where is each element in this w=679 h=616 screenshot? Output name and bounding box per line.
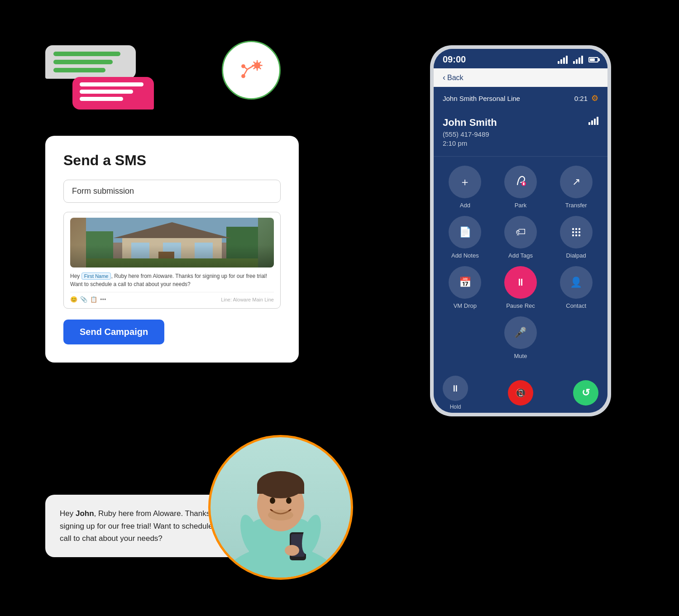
sms-card: Send a SMS Form submission [45, 136, 299, 363]
vm-drop-button[interactable]: 📅 VM Drop [441, 266, 489, 309]
mute-button[interactable]: 🎤 Mute [497, 316, 545, 359]
duration-text: 0:21 [574, 95, 588, 102]
sms-trigger-input[interactable]: Form submission [63, 180, 281, 203]
svg-rect-30 [257, 485, 304, 494]
copy-icon: 📋 [90, 296, 97, 303]
dialpad-button[interactable]: Dialpad [552, 216, 600, 259]
refresh-icon: ↺ [582, 387, 590, 399]
first-name-pill: First Name [81, 272, 111, 280]
contact-label: Contact [566, 302, 586, 309]
speech-prefix: Hey [60, 509, 76, 518]
scene: Send a SMS Form submission [0, 0, 679, 616]
contact-info: John Smith (555) 417-9489 2:10 pm [434, 110, 607, 157]
sms-message-image [70, 218, 274, 267]
add-tags-label: Add Tags [508, 252, 533, 259]
message-icons: 😊 📎 📋 ••• [70, 296, 106, 303]
signal2-4 [581, 56, 583, 64]
refresh-button[interactable]: ↺ [573, 380, 598, 406]
person-circle [208, 435, 353, 580]
signal2-1 [573, 61, 575, 64]
vm-drop-label: VM Drop [454, 302, 477, 309]
mute-label: Mute [514, 353, 527, 359]
park-circle [504, 166, 537, 198]
battery-icon [588, 57, 598, 62]
hold-button[interactable]: ⏸ [443, 376, 468, 401]
chat-bubbles [45, 45, 154, 136]
send-campaign-button[interactable]: Send Campaign [63, 320, 164, 344]
dialpad-label: Dialpad [566, 252, 586, 259]
line-value: Aloware Main Line [233, 297, 274, 302]
svg-point-44 [572, 231, 574, 233]
phone-screen: 09:00 [434, 49, 607, 413]
sms-message-footer: 😊 📎 📋 ••• Line: Aloware Main Line [70, 292, 274, 303]
contact-details: John Smith (555) 417-9489 2:10 pm [443, 117, 497, 147]
svg-point-31 [270, 497, 275, 504]
svg-point-45 [575, 231, 577, 233]
signal2-3 [579, 57, 580, 64]
phone-mockup: 09:00 [430, 45, 611, 416]
end-call-button[interactable]: 📵 [508, 380, 533, 406]
svg-point-48 [575, 234, 577, 236]
cs-4 [597, 117, 598, 125]
dialpad-circle [560, 216, 593, 248]
person-illustration [213, 446, 349, 578]
add-button[interactable]: ＋ Add [441, 166, 489, 209]
bubble-pink-line-3 [80, 97, 123, 101]
transfer-button[interactable]: ↗ Transfer [552, 166, 600, 209]
battery-fill [590, 58, 595, 61]
dialpad-icon [570, 226, 582, 238]
add-tags-circle: 🏷 [504, 216, 537, 248]
signal-2 [560, 59, 562, 64]
back-chevron-icon: ‹ [443, 73, 445, 82]
add-circle: ＋ [449, 166, 481, 198]
signal-bar-2 [573, 56, 583, 64]
gear-icon[interactable]: ⚙ [591, 93, 598, 103]
svg-point-49 [578, 234, 580, 236]
contact-button[interactable]: 👤 Contact [552, 266, 600, 309]
bubble-line-3 [53, 68, 105, 72]
bubble-line-1 [53, 52, 120, 56]
back-bar[interactable]: ‹ Back [434, 68, 607, 87]
mute-circle: 🎤 [504, 316, 537, 349]
speech-text: Hey John, Ruby here from Aloware. Thanks… [60, 507, 225, 544]
transfer-label: Transfer [565, 202, 587, 209]
svg-line-9 [259, 62, 260, 63]
bubble-pink-line-2 [80, 90, 133, 94]
hold-icon: ⏸ [451, 383, 460, 394]
park-button[interactable]: Park [497, 166, 545, 209]
attachment-icon: 📎 [80, 296, 87, 303]
signal-bar [558, 56, 568, 64]
contact-time: 2:10 pm [443, 139, 497, 147]
image-overlay [70, 245, 274, 267]
signal-4 [566, 56, 568, 64]
signal-3 [563, 57, 565, 64]
contact-name: John Smith [443, 117, 497, 129]
action-grid: ＋ Add Park [434, 157, 607, 368]
call-duration: 0:21 ⚙ [574, 93, 598, 103]
contact-icon: 👤 [570, 277, 582, 288]
add-notes-circle: 📄 [449, 216, 481, 248]
tags-icon: 🏷 [516, 226, 526, 238]
add-icon: ＋ [459, 175, 470, 189]
contact-signal-bar [588, 117, 598, 125]
hold-action[interactable]: ⏸ Hold [443, 376, 468, 410]
call-bottom-bar: ⏸ Hold 📵 ↺ [434, 368, 607, 413]
add-notes-button[interactable]: 📄 Add Notes [441, 216, 489, 259]
cs-1 [588, 122, 590, 125]
back-button[interactable]: ‹ Back [443, 73, 464, 82]
add-label: Add [460, 202, 470, 209]
add-tags-button[interactable]: 🏷 Add Tags [497, 216, 545, 259]
pause-rec-circle: ⏸ [504, 266, 537, 299]
refresh-action[interactable]: ↺ [573, 380, 598, 406]
emoji-icon: 😊 [70, 296, 77, 303]
hubspot-icon [235, 54, 267, 86]
end-call-action[interactable]: 📵 [508, 380, 533, 406]
svg-point-14 [241, 64, 245, 68]
pause-rec-label: Pause Rec [506, 302, 535, 309]
line-label: Line: Aloware Main Line [221, 297, 274, 302]
pause-rec-button[interactable]: ⏸ Pause Rec [497, 266, 545, 309]
svg-point-41 [572, 228, 574, 230]
svg-line-8 [254, 68, 255, 69]
vm-drop-icon: 📅 [459, 277, 471, 288]
status-bar: 09:00 [434, 49, 607, 68]
